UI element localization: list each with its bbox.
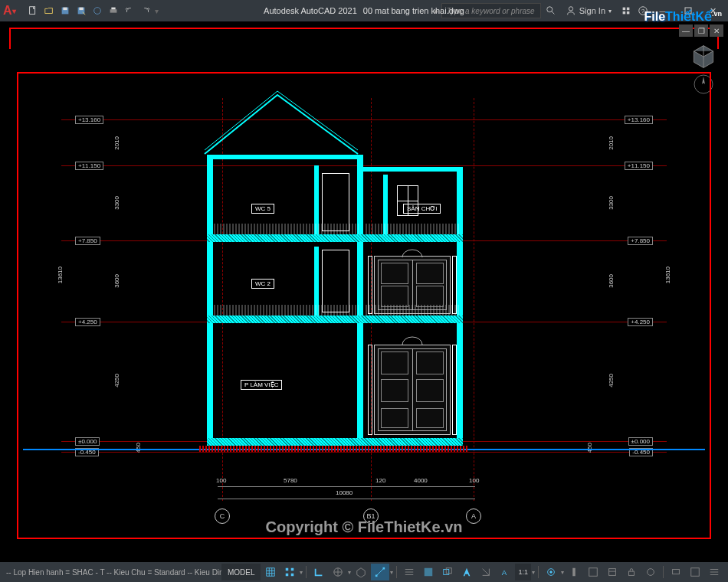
svg-rect-31 bbox=[383, 567, 385, 570]
inner-minimize[interactable]: — bbox=[679, 25, 693, 37]
floor-hatch bbox=[207, 316, 463, 323]
ortho-icon[interactable] bbox=[310, 564, 328, 580]
watermark-logo: FileThiếtKế.vn bbox=[644, 9, 722, 24]
elev-marker: +13.160 bbox=[75, 116, 103, 124]
building-section: WC 5 SÂN CHƠI WC 2 P LÀM VIỆC bbox=[207, 112, 467, 464]
svg-point-23 bbox=[402, 250, 422, 257]
save-icon[interactable] bbox=[58, 4, 72, 18]
undo-icon[interactable] bbox=[123, 4, 136, 18]
room-label-wc2: WC 2 bbox=[251, 279, 274, 289]
dim-text: 3300 bbox=[608, 196, 615, 210]
app-icon[interactable] bbox=[619, 4, 633, 18]
foundation-hatch bbox=[199, 446, 467, 452]
svg-point-9 bbox=[569, 7, 572, 11]
transparency-icon[interactable] bbox=[419, 564, 438, 580]
search-icon[interactable] bbox=[544, 4, 558, 18]
svg-point-37 bbox=[549, 571, 553, 574]
door-ornament bbox=[402, 335, 423, 345]
elev-marker: +4.250 bbox=[75, 318, 100, 326]
app-name: Autodesk AutoCAD 2021 bbox=[264, 6, 357, 15]
units-icon[interactable] bbox=[584, 564, 602, 580]
drawing-canvas[interactable]: +13.160 +11.150 +7.850 +4.250 ±0.000 -0.… bbox=[0, 21, 728, 562]
elev-marker: +7.850 bbox=[75, 237, 100, 245]
svg-rect-4 bbox=[79, 8, 83, 11]
svg-text:A: A bbox=[502, 568, 507, 577]
new-icon[interactable] bbox=[26, 4, 40, 18]
svg-rect-27 bbox=[286, 574, 289, 577]
svg-rect-38 bbox=[572, 568, 576, 577]
web-icon[interactable] bbox=[90, 4, 104, 18]
dim-text: 3300 bbox=[113, 196, 120, 210]
column bbox=[452, 256, 457, 314]
ceiling bbox=[360, 167, 463, 172]
interior-door bbox=[322, 173, 349, 231]
wm-thiet: Thiết bbox=[665, 10, 695, 23]
elev-marker: +11.150 bbox=[625, 162, 653, 170]
isodraft-icon[interactable] bbox=[352, 564, 370, 580]
cleanscreen-icon[interactable] bbox=[686, 564, 704, 580]
app-logo[interactable]: A ▾ bbox=[3, 2, 20, 19]
inner-restore[interactable]: ❐ bbox=[694, 25, 708, 37]
dim-text: 4250 bbox=[113, 374, 120, 387]
svg-rect-11 bbox=[627, 8, 630, 11]
railing bbox=[365, 224, 460, 234]
svg-rect-32 bbox=[425, 568, 433, 577]
workspace-icon[interactable] bbox=[542, 564, 560, 580]
polar-icon[interactable] bbox=[329, 564, 347, 580]
customize-icon[interactable] bbox=[705, 564, 723, 580]
dim-text: 3600 bbox=[113, 274, 120, 288]
isolate-icon[interactable] bbox=[641, 564, 660, 580]
file-name: 00 mat bang trien khai.dwg bbox=[363, 6, 464, 15]
signin-button[interactable]: Sign In ▾ bbox=[566, 5, 612, 16]
autoscale-icon[interactable]: A bbox=[496, 564, 514, 580]
copyright-text: Copyright © FileThietKe.vn bbox=[266, 518, 463, 536]
model-button[interactable]: MODEL bbox=[221, 564, 261, 580]
svg-rect-2 bbox=[63, 8, 67, 11]
elev-marker: +13.160 bbox=[625, 116, 653, 124]
svg-rect-44 bbox=[691, 568, 700, 577]
nav-cube[interactable] bbox=[690, 43, 717, 70]
annotation-monitor-icon[interactable] bbox=[565, 564, 583, 580]
column bbox=[368, 256, 372, 314]
svg-rect-12 bbox=[623, 11, 626, 15]
svg-point-42 bbox=[648, 569, 654, 576]
svg-rect-28 bbox=[291, 574, 294, 577]
axis-bubble-c: C bbox=[215, 508, 230, 524]
column bbox=[368, 345, 372, 435]
lock-ui-icon[interactable] bbox=[622, 564, 641, 580]
grid-icon[interactable] bbox=[261, 564, 280, 580]
lineweight-icon[interactable] bbox=[400, 564, 418, 580]
osnap-icon[interactable] bbox=[371, 564, 389, 580]
redo-icon[interactable] bbox=[139, 4, 152, 18]
wm-vn: .vn bbox=[712, 10, 722, 18]
door-middle bbox=[374, 256, 451, 314]
saveas-icon[interactable] bbox=[74, 4, 88, 18]
dim-text: 100 bbox=[469, 477, 479, 484]
inner-window-controls: — ❐ ✕ bbox=[679, 25, 723, 37]
snap-icon[interactable] bbox=[280, 564, 299, 580]
scale-button[interactable]: 1:1 bbox=[515, 564, 531, 580]
svg-rect-10 bbox=[623, 8, 626, 11]
svg-rect-20 bbox=[365, 224, 460, 234]
quick-access-toolbar: ▾ bbox=[26, 4, 159, 18]
title-center: Autodesk AutoCAD 2021 00 mat bang trien … bbox=[264, 6, 464, 15]
cycling-icon[interactable] bbox=[438, 564, 457, 580]
annotation-icon[interactable] bbox=[457, 564, 476, 580]
dim-text: 450 bbox=[135, 443, 142, 453]
elev-marker: +11.150 bbox=[75, 162, 103, 170]
annoscale-icon[interactable] bbox=[477, 564, 495, 580]
quickprops-icon[interactable] bbox=[603, 564, 621, 580]
wall bbox=[207, 155, 213, 446]
floor-hatch bbox=[207, 234, 463, 242]
ceiling bbox=[207, 155, 363, 159]
user-icon bbox=[566, 5, 576, 16]
dim-text: 4250 bbox=[608, 374, 615, 387]
elev-marker: +4.250 bbox=[628, 318, 653, 326]
svg-rect-0 bbox=[30, 7, 35, 15]
plot-icon[interactable] bbox=[107, 4, 120, 18]
dim-text: 2010 bbox=[113, 136, 120, 150]
hardware-icon[interactable] bbox=[667, 564, 685, 580]
dim-text: 13610 bbox=[57, 266, 64, 283]
open-icon[interactable] bbox=[42, 4, 56, 18]
inner-close[interactable]: ✕ bbox=[710, 25, 723, 37]
